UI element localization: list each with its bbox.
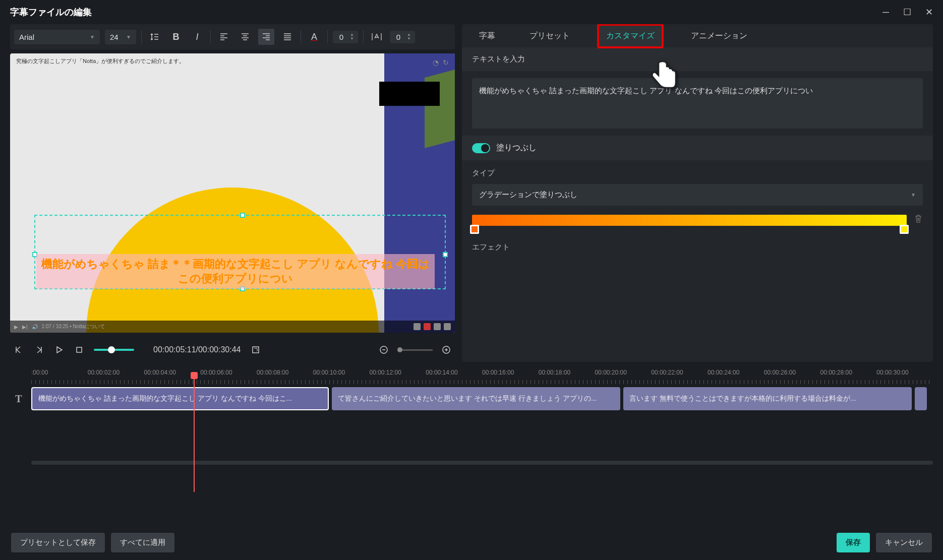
svg-rect-0 — [77, 347, 82, 352]
align-right-icon — [262, 33, 270, 41]
subtitle-clip[interactable]: て皆さんにご紹介していきたいと思います それでは早速 行きましょう アプリの..… — [332, 387, 620, 410]
tab-subtitle[interactable]: 字幕 — [472, 26, 502, 46]
titlebar: 字幕ファイルの編集 ─ ☐ ✕ — [0, 0, 943, 24]
effect-label: エフェクト — [462, 234, 933, 256]
italic-button[interactable]: I — [189, 29, 205, 45]
align-center-icon — [241, 33, 249, 41]
svg-rect-1 — [253, 347, 259, 353]
settings-icon[interactable] — [434, 323, 441, 330]
stepper-icon: ▲▼ — [350, 33, 354, 41]
gradient-editor — [472, 214, 923, 226]
subtitle-text-input[interactable]: 機能がめちゃくちゃ 詰まった画期的な文字起こし アプリ なんですね 今回はこの便… — [472, 78, 923, 129]
maximize-button[interactable]: ☐ — [903, 7, 911, 18]
fill-label: 塗りつぶし — [496, 143, 537, 153]
cancel-button[interactable]: キャンセル — [876, 533, 932, 552]
align-justify-button[interactable] — [279, 29, 296, 45]
minimize-button[interactable]: ─ — [882, 7, 889, 18]
align-left-button[interactable] — [216, 29, 232, 45]
tab-animation[interactable]: アニメーション — [684, 26, 754, 46]
zoom-out-button[interactable] — [378, 344, 389, 355]
left-panel: Arial ▼ 24 ▼ B I — [10, 24, 455, 362]
tab-preset[interactable]: プリセット — [522, 26, 577, 46]
fill-toggle[interactable] — [472, 143, 490, 153]
play-button[interactable] — [53, 344, 65, 355]
align-justify-icon — [283, 33, 291, 41]
video-player-controls: ▶ ▶| 🔊 1:07 / 10:25 • Nottaについて — [10, 321, 455, 333]
subtitle-text: 機能がめちゃくちゃ 詰ま＊＊画期的な文字起こし アプリ なんですね 今回はこの便… — [39, 257, 432, 286]
right-panel: 字幕 プリセット カスタマイズ アニメーション テキストを入力 機能がめちゃくち… — [462, 24, 933, 362]
gradient-stop-left[interactable] — [470, 225, 479, 234]
window-title: 字幕ファイルの編集 — [10, 6, 92, 18]
track-label-text: T — [10, 393, 27, 405]
spacing-input[interactable]: 0 ▲▼ — [390, 31, 415, 43]
bold-button[interactable]: B — [168, 29, 184, 45]
chevron-down-icon: ▼ — [126, 34, 131, 40]
share-icon: ↻ — [443, 58, 449, 67]
next-icon[interactable]: ▶| — [22, 324, 28, 330]
play-icon[interactable]: ▶ — [14, 324, 18, 330]
font-dropdown[interactable]: Arial ▼ — [14, 30, 100, 44]
apply-all-button[interactable]: すべてに適用 — [111, 533, 174, 552]
time-ruler[interactable]: :00:00 00:00:02:00 00:00:04:00 00:00:06:… — [31, 369, 933, 384]
align-right-button[interactable] — [258, 29, 274, 45]
line-height-icon — [150, 32, 159, 41]
subtitle-clip[interactable] — [915, 387, 927, 410]
save-button[interactable]: 保存 — [837, 533, 870, 552]
text-color-button[interactable]: A — [306, 29, 322, 45]
rotation-input[interactable]: 0 ▲▼ — [333, 31, 358, 43]
timeline-scrollbar[interactable] — [31, 461, 933, 465]
font-value: Arial — [19, 33, 34, 41]
align-left-icon — [220, 33, 228, 41]
delete-gradient-button[interactable] — [914, 214, 923, 226]
stop-button[interactable] — [74, 344, 85, 355]
gradient-stop-right[interactable] — [900, 225, 909, 234]
stepper-icon: ▲▼ — [407, 33, 411, 41]
type-label: タイプ — [462, 160, 933, 182]
clock-icon: ◔ — [433, 58, 439, 67]
quality-icon[interactable] — [414, 323, 421, 330]
subtitle-track: T 機能がめちゃくちゃ 詰まった画期的な文字起こし アプリ なんですね 今回はこ… — [10, 387, 933, 410]
save-preset-button[interactable]: プリセットとして保存 — [11, 533, 105, 552]
line-height-button[interactable] — [147, 29, 163, 45]
zoom-slider[interactable] — [397, 349, 433, 351]
fullscreen-icon[interactable] — [444, 323, 451, 330]
gradient-bar[interactable] — [472, 215, 907, 226]
timecode: 00:00:05:11/00:00:30:44 — [153, 345, 241, 354]
video-preview[interactable]: 究極の文字起こしアプリ「Notta」が便利すぎるのでご紹介します。 ◔ ↻ 機能… — [10, 53, 455, 333]
subtitle-clip[interactable]: 言います 無料で使うことはできますが本格的に利用する場合は料金が... — [623, 387, 912, 410]
letter-spacing-icon — [372, 33, 382, 41]
chevron-down-icon: ▼ — [90, 34, 95, 40]
fill-type-select[interactable]: グラデーションで塗りつぶし ▼ — [472, 184, 923, 206]
letter-spacing-button[interactable] — [369, 29, 385, 45]
subtitle-clip[interactable]: 機能がめちゃくちゃ 詰まった画期的な文字起こし アプリ なんですね 今回はこ..… — [31, 387, 329, 410]
size-value: 24 — [110, 33, 119, 41]
playhead[interactable] — [194, 376, 195, 492]
text-toolbar: Arial ▼ 24 ▼ B I — [10, 24, 455, 49]
video-caption-top: 究極の文字起こしアプリ「Notta」が便利すぎるのでご紹介します。 — [16, 57, 185, 65]
cc-icon[interactable] — [424, 323, 431, 330]
video-time: 1:07 / 10:25 • Nottaについて — [42, 323, 105, 330]
fill-toggle-row: 塗りつぶし — [462, 136, 933, 160]
font-size-dropdown[interactable]: 24 ▼ — [105, 30, 136, 44]
step-back-button[interactable] — [13, 344, 24, 355]
transport-controls: 00:00:05:11/00:00:30:44 — [10, 338, 455, 362]
timeline: :00:00 00:00:02:00 00:00:04:00 00:00:06:… — [0, 362, 943, 465]
tabs: 字幕 プリセット カスタマイズ アニメーション — [462, 24, 933, 47]
align-center-button[interactable] — [237, 29, 253, 45]
fill-type-value: グラデーションで塗りつぶし — [479, 190, 577, 200]
footer: プリセットとして保存 すべてに適用 保存 キャンセル — [0, 525, 943, 560]
chevron-down-icon: ▼ — [911, 192, 916, 198]
tab-customize[interactable]: カスタマイズ — [597, 24, 664, 48]
text-input-label: テキストを入力 — [462, 47, 933, 71]
close-button[interactable]: ✕ — [925, 7, 933, 18]
volume-icon[interactable]: 🔊 — [32, 324, 38, 330]
zoom-in-button[interactable] — [441, 344, 452, 355]
window-controls: ─ ☐ ✕ — [882, 7, 933, 18]
subtitle-overlay[interactable]: 機能がめちゃくちゃ 詰ま＊＊画期的な文字起こし アプリ なんですね 今回はこの便… — [36, 254, 435, 289]
cursor-hand-icon — [649, 59, 679, 90]
crop-button[interactable] — [250, 344, 261, 355]
speed-slider[interactable] — [94, 349, 134, 351]
step-forward-button[interactable] — [33, 344, 44, 355]
